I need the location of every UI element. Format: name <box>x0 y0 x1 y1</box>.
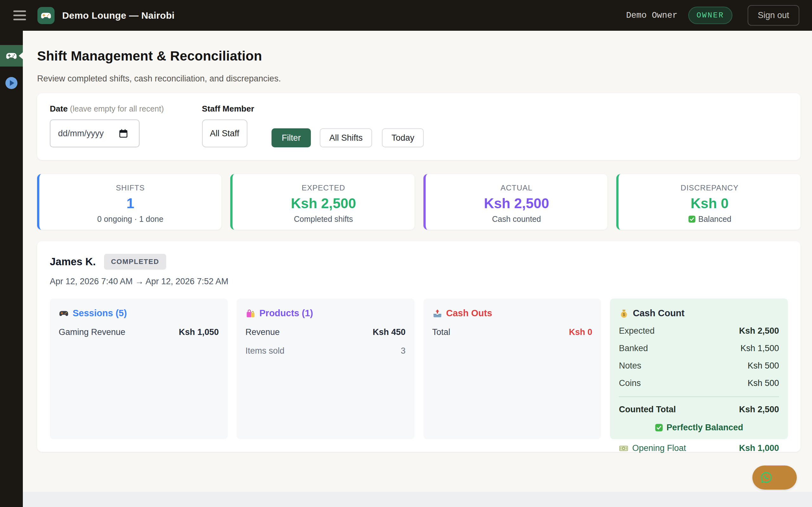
date-label: Date (leave empty for all recent) <box>50 104 164 114</box>
sessions-title: Sessions (5) <box>72 308 127 319</box>
stat-value: 1 <box>126 195 134 211</box>
calendar-icon[interactable] <box>118 128 129 138</box>
stat-value: Ksh 2,500 <box>484 195 549 211</box>
products-panel: Products (1) Revenue Ksh 450 Items sold … <box>237 298 415 439</box>
main-content: Shift Management & Reconciliation Review… <box>23 31 812 507</box>
menu-icon[interactable] <box>13 8 27 23</box>
shift-period: Apr 12, 2026 7:40 AM → Apr 12, 2026 7:52… <box>50 277 788 286</box>
bottom-strip <box>23 492 812 507</box>
products-row: Revenue Ksh 450 <box>246 327 406 337</box>
today-button[interactable]: Today <box>382 128 424 147</box>
filter-panel: Date (leave empty for all recent) <box>37 93 801 160</box>
stat-value: Ksh 0 <box>691 195 728 211</box>
play-icon <box>5 77 17 89</box>
divider <box>619 396 779 397</box>
page-title: Shift Management & Reconciliation <box>37 49 801 64</box>
check-icon <box>688 215 696 223</box>
stat-card-discrepancy: DISCREPANCY Ksh 0 Balanced <box>616 174 801 230</box>
gamepad-icon <box>40 10 52 21</box>
stat-card-actual: ACTUAL Ksh 2,500 Cash counted <box>423 174 608 230</box>
brand-title: Demo Lounge — Nairobi <box>62 10 174 21</box>
cash-outs-row: Total Ksh 0 <box>432 327 593 337</box>
stat-value: Ksh 2,500 <box>291 195 356 211</box>
opening-float-row: Opening Float Ksh 1,000 <box>619 443 779 453</box>
shift-staff-name: James K. <box>50 256 96 268</box>
stat-label: ACTUAL <box>501 183 532 192</box>
cash-count-title: Cash Count <box>633 308 684 319</box>
sessions-panel: Sessions (5) Gaming Revenue Ksh 1,050 <box>50 298 228 439</box>
banknote-icon <box>619 444 628 453</box>
active-indicator <box>19 52 23 59</box>
date-filter-group: Date (leave empty for all recent) <box>50 104 164 147</box>
whatsapp-icon <box>759 470 773 485</box>
date-input-box[interactable] <box>50 119 140 147</box>
balance-status: Perfectly Balanced <box>619 423 779 433</box>
products-title: Products (1) <box>259 308 313 319</box>
sign-out-button[interactable]: Sign out <box>748 5 799 26</box>
whatsapp-fab[interactable] <box>752 465 797 490</box>
stat-label: EXPECTED <box>302 183 345 192</box>
cash-outs-panel: Cash Outs Total Ksh 0 <box>423 298 601 439</box>
shopping-bags-icon <box>246 308 256 319</box>
sidebar-item-gaming[interactable] <box>0 45 23 66</box>
stats-row: SHIFTS 1 0 ongoing · 1 done EXPECTED Ksh… <box>37 174 801 230</box>
stat-label: DISCREPANCY <box>681 183 739 192</box>
date-input[interactable] <box>58 129 118 138</box>
shift-card: James K. COMPLETED Apr 12, 2026 7:40 AM … <box>37 241 801 452</box>
cash-outs-title: Cash Outs <box>446 308 492 319</box>
stat-sub: Cash counted <box>492 215 541 224</box>
products-row: Items sold 3 <box>246 346 406 356</box>
date-hint: (leave empty for all recent) <box>70 104 164 113</box>
sidebar <box>0 31 23 507</box>
gamepad-icon <box>5 50 17 62</box>
cash-count-row: Expected Ksh 2,500 <box>619 326 779 336</box>
stat-label: SHIFTS <box>116 183 145 192</box>
check-icon <box>655 424 663 432</box>
staff-filter-group: Staff Member All Staff <box>202 104 254 147</box>
cash-count-row: Coins Ksh 500 <box>619 378 779 388</box>
role-badge: OWNER <box>688 7 732 24</box>
all-shifts-button[interactable]: All Shifts <box>320 128 372 147</box>
svg-text:$: $ <box>623 313 625 317</box>
stat-sub: 0 ongoing · 1 done <box>97 215 164 224</box>
sessions-row: Gaming Revenue Ksh 1,050 <box>59 327 219 337</box>
sidebar-item-sessions-play[interactable] <box>0 72 23 94</box>
user-name: Demo Owner <box>626 11 677 20</box>
brand-logo[interactable] <box>38 7 55 24</box>
outbox-icon <box>432 308 443 319</box>
staff-label: Staff Member <box>202 104 254 114</box>
shift-status-badge: COMPLETED <box>104 254 166 270</box>
top-bar: Demo Lounge — Nairobi Demo Owner OWNER S… <box>0 0 812 31</box>
stat-card-shifts: SHIFTS 1 0 ongoing · 1 done <box>37 174 221 230</box>
money-bag-icon: $ <box>619 308 629 319</box>
staff-select[interactable]: All Staff <box>202 119 247 147</box>
stat-sub: Balanced <box>688 215 731 224</box>
cash-count-row: Notes Ksh 500 <box>619 361 779 371</box>
counted-total-row: Counted Total Ksh 2,500 <box>619 405 779 414</box>
cash-count-row: Banked Ksh 1,500 <box>619 343 779 353</box>
filter-button[interactable]: Filter <box>271 128 311 147</box>
stat-sub: Completed shifts <box>294 215 353 224</box>
gamepad-icon <box>59 308 69 319</box>
cash-count-panel: $ Cash Count Expected Ksh 2,500 Banked K… <box>610 298 788 439</box>
stat-card-expected: EXPECTED Ksh 2,500 Completed shifts <box>230 174 415 230</box>
page-subtitle: Review completed shifts, cash reconcilia… <box>37 74 801 83</box>
